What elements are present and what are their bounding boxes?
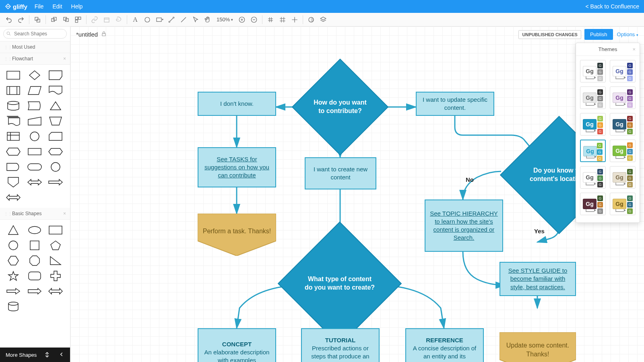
shape-diamond[interactable] bbox=[27, 70, 42, 81]
ellipse-tool[interactable] bbox=[142, 14, 153, 25]
decision-how-contribute[interactable]: How do you want to contribute? bbox=[306, 73, 374, 141]
shape-display[interactable] bbox=[27, 100, 42, 111]
node-reference[interactable]: REFERENCEA concise description of an ent… bbox=[405, 328, 484, 362]
arrange-button[interactable] bbox=[72, 14, 84, 25]
theme-swatch-4[interactable]: Gg G G G bbox=[580, 113, 606, 136]
shape-card[interactable] bbox=[48, 131, 63, 142]
guides-button[interactable] bbox=[289, 14, 300, 25]
node-topic-hierarchy[interactable]: See TOPIC HIERARCHY to learn how the sit… bbox=[425, 200, 503, 252]
snap-button[interactable] bbox=[277, 14, 288, 25]
search-shapes-input[interactable] bbox=[3, 29, 67, 39]
section-basic-shapes[interactable]: ⋮⋮Basic Shapes× bbox=[0, 208, 70, 220]
more-shapes-bar[interactable]: More Shapes bbox=[0, 348, 70, 362]
node-dont-know[interactable]: I don't know. bbox=[198, 92, 276, 116]
bring-front-button[interactable] bbox=[48, 14, 60, 25]
theme-swatch-3[interactable]: Gg G G G bbox=[610, 86, 636, 109]
publish-button[interactable]: Publish bbox=[584, 29, 613, 40]
shape-arrow-right[interactable] bbox=[48, 177, 63, 188]
decision-content-type[interactable]: What type of content do you want to crea… bbox=[296, 240, 384, 327]
shape-offpage[interactable] bbox=[48, 70, 63, 81]
section-flowchart[interactable]: ⋮⋮Flowchart× bbox=[0, 53, 70, 65]
pan-tool[interactable] bbox=[202, 14, 213, 25]
theme-swatch-11[interactable]: Gg G G G bbox=[610, 193, 636, 215]
theme-button[interactable] bbox=[305, 14, 317, 25]
theme-swatch-9[interactable]: Gg G G G bbox=[610, 166, 636, 189]
shape-offpage2[interactable] bbox=[6, 177, 21, 188]
menu-file[interactable]: File bbox=[35, 3, 44, 10]
shape-delay[interactable] bbox=[6, 161, 21, 173]
shape-rectangle[interactable] bbox=[6, 70, 21, 81]
shape-arrow-bi[interactable] bbox=[48, 286, 63, 297]
theme-swatch-6[interactable]: Gg G G G bbox=[580, 140, 606, 162]
zoom-display[interactable]: 150%▾ bbox=[214, 16, 235, 23]
shape-right-triangle[interactable] bbox=[48, 255, 63, 266]
shape-internal-storage[interactable] bbox=[6, 131, 21, 142]
shape-preparation[interactable] bbox=[6, 146, 21, 157]
node-see-tasks[interactable]: See TASKS for suggestions on how you can… bbox=[198, 147, 276, 187]
shape-manual-input[interactable] bbox=[27, 115, 42, 127]
theme-swatch-7[interactable]: Gg G G G bbox=[610, 140, 636, 162]
shape-arrow-left[interactable] bbox=[27, 177, 42, 188]
node-tutorial[interactable]: TUTORIALPrescribed actions or steps that… bbox=[301, 328, 380, 362]
theme-swatch-0[interactable]: Gg G G G bbox=[580, 60, 606, 82]
menu-edit[interactable]: Edit bbox=[52, 3, 62, 10]
close-icon[interactable]: × bbox=[63, 211, 66, 216]
shape-manual-op[interactable] bbox=[48, 115, 63, 127]
line-tool[interactable] bbox=[178, 14, 189, 25]
shape-multidoc[interactable] bbox=[6, 115, 21, 127]
node-update-specific[interactable]: I want to update specific content. bbox=[416, 92, 494, 116]
link-button[interactable] bbox=[89, 14, 100, 25]
close-icon[interactable]: × bbox=[63, 56, 66, 62]
send-back-button[interactable] bbox=[60, 14, 72, 25]
grid-button[interactable] bbox=[265, 14, 276, 25]
group-button[interactable] bbox=[32, 14, 43, 25]
shape-process2[interactable] bbox=[27, 146, 42, 157]
undo-button[interactable] bbox=[3, 14, 14, 25]
back-to-confluence-link[interactable]: < Back to Confluence bbox=[586, 3, 639, 10]
shape-rect[interactable] bbox=[48, 224, 63, 236]
node-style-guide[interactable]: See STYLE GUIDE to become familiar with … bbox=[500, 262, 576, 296]
node-create-new[interactable]: I want to create new content bbox=[305, 157, 376, 189]
shape-terminator[interactable] bbox=[27, 161, 42, 173]
zoom-in-button[interactable] bbox=[236, 14, 248, 25]
shape-arrow-both[interactable] bbox=[6, 192, 21, 203]
shape-ellipse[interactable] bbox=[27, 224, 42, 236]
shape-extract[interactable] bbox=[48, 100, 63, 111]
rect-tool[interactable]: ▾ bbox=[154, 14, 165, 25]
theme-swatch-10[interactable]: Gg G G G bbox=[580, 193, 606, 215]
layers-button[interactable] bbox=[318, 14, 329, 25]
shape-connector[interactable] bbox=[27, 131, 42, 142]
node-update-content[interactable]: Update some content. Thanks! bbox=[500, 332, 576, 362]
options-dropdown[interactable]: Options ▾ bbox=[617, 31, 638, 37]
shape-cylinder[interactable] bbox=[6, 301, 21, 312]
brand-logo[interactable]: gliffy bbox=[5, 3, 27, 10]
zoom-out-button[interactable] bbox=[248, 14, 260, 25]
theme-swatch-1[interactable]: Gg G G G bbox=[610, 60, 636, 82]
menu-help[interactable]: Help bbox=[71, 3, 83, 10]
lasso-button[interactable] bbox=[113, 14, 124, 25]
shape-connector2[interactable] bbox=[48, 161, 63, 173]
shape-hexagon[interactable] bbox=[6, 255, 21, 266]
shape-star[interactable] bbox=[6, 270, 21, 282]
node-perform-task[interactable]: Perform a task. Thanks! bbox=[198, 214, 276, 256]
shape-rounded-rect[interactable] bbox=[27, 270, 42, 282]
shape-plus[interactable] bbox=[48, 270, 63, 282]
theme-swatch-8[interactable]: Gg G G G bbox=[580, 166, 606, 189]
close-icon[interactable]: × bbox=[632, 46, 636, 52]
shape-document[interactable] bbox=[48, 85, 63, 96]
shape-merge[interactable] bbox=[48, 146, 63, 157]
redo-button[interactable] bbox=[15, 14, 27, 25]
canvas[interactable]: *untitled UNPUBLISHED CHANGES Publish Op… bbox=[70, 27, 644, 362]
node-concept[interactable]: CONCEPTAn elaborate description with exa… bbox=[198, 328, 276, 362]
shape-predefined[interactable] bbox=[6, 85, 21, 96]
shape-octagon[interactable] bbox=[27, 255, 42, 266]
theme-swatch-2[interactable]: Gg G G G bbox=[580, 86, 606, 109]
shape-database[interactable] bbox=[6, 100, 21, 111]
shape-square[interactable] bbox=[27, 240, 42, 251]
section-most-used[interactable]: ⋮⋮Most Used bbox=[0, 41, 70, 53]
shape-circle[interactable] bbox=[6, 240, 21, 251]
shape-data[interactable] bbox=[27, 85, 42, 96]
theme-swatch-5[interactable]: Gg G G G bbox=[610, 113, 636, 136]
connector-tool[interactable] bbox=[166, 14, 177, 25]
shape-triangle[interactable] bbox=[6, 224, 21, 236]
